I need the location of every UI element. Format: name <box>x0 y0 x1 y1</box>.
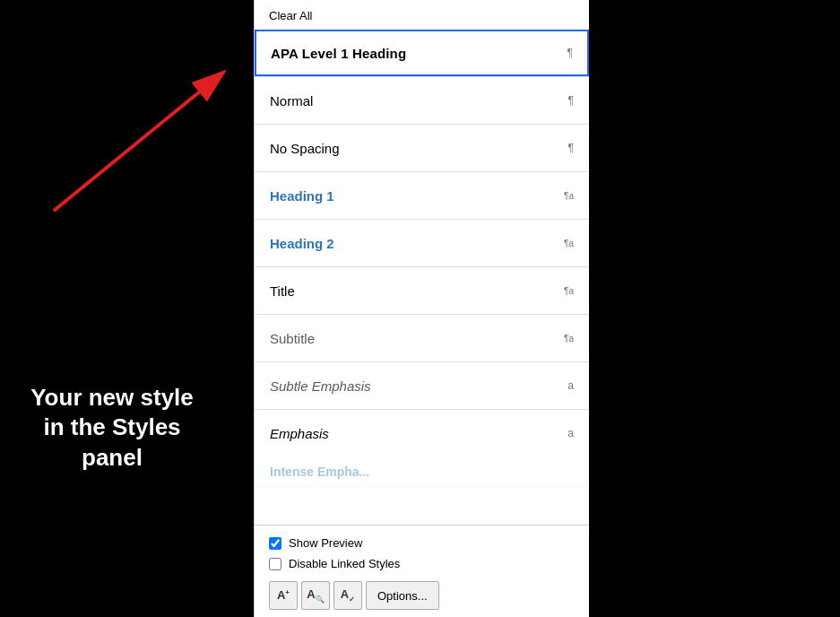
style-name-heading1: Heading 1 <box>270 188 334 204</box>
show-preview-checkbox[interactable] <box>269 537 281 550</box>
show-preview-row: Show Preview <box>269 533 575 553</box>
style-name-subtitle: Subtitle <box>270 331 315 346</box>
style-item-heading2[interactable]: Heading 2 ¶a <box>255 220 589 266</box>
disable-linked-row: Disable Linked Styles <box>269 553 575 574</box>
style-item-normal[interactable]: Normal ¶ <box>255 77 589 124</box>
style-item-subtle-emphasis[interactable]: Subtle Emphasis a <box>255 362 589 409</box>
style-item-partial[interactable]: Intense Empha... <box>255 456 589 487</box>
style-name-no-spacing: No Spacing <box>270 141 340 156</box>
disable-linked-label: Disable Linked Styles <box>289 557 400 570</box>
style-item-subtitle[interactable]: Subtitle ¶a <box>255 315 589 361</box>
manage-style-button[interactable]: A✓ <box>333 581 362 610</box>
black-background-left: Your new style in the Styles panel <box>0 0 254 617</box>
style-icon-apa: ¶ <box>567 47 573 59</box>
clear-all-link[interactable]: Clear All <box>269 9 312 22</box>
style-icon-heading2: ¶a <box>564 239 574 248</box>
style-name-title: Title <box>270 283 295 299</box>
show-preview-label: Show Preview <box>289 536 362 550</box>
disable-linked-checkbox[interactable] <box>269 558 281 570</box>
clear-all-section: Clear All <box>255 0 589 30</box>
style-name-normal: Normal <box>270 93 313 109</box>
bottom-section: Show Preview Disable Linked Styles A+ A🔍… <box>255 525 589 617</box>
black-background-right <box>589 0 840 617</box>
style-icon-normal: ¶ <box>568 94 574 107</box>
inspect-style-button[interactable]: A🔍 <box>301 581 330 610</box>
style-item-no-spacing[interactable]: No Spacing ¶ <box>255 125 589 171</box>
new-style-icon: A+ <box>277 588 290 602</box>
style-name-apa: APA Level 1 Heading <box>271 46 406 61</box>
style-icon-subtitle: ¶a <box>564 334 574 343</box>
style-item-heading1[interactable]: Heading 1 ¶a <box>255 172 589 219</box>
style-icon-title: ¶a <box>564 286 574 296</box>
style-name-heading2: Heading 2 <box>270 236 334 251</box>
style-item-title[interactable]: Title ¶a <box>255 267 589 314</box>
style-name-partial: Intense Empha... <box>270 465 369 479</box>
styles-list: APA Level 1 Heading ¶ Normal ¶ No Spacin… <box>255 30 589 525</box>
options-button[interactable]: Options... <box>366 581 439 610</box>
styles-panel: Clear All APA Level 1 Heading ¶ Normal ¶… <box>254 0 589 617</box>
svg-line-1 <box>54 72 224 211</box>
style-name-emphasis: Emphasis <box>270 426 329 441</box>
inspect-style-icon: A🔍 <box>307 587 324 604</box>
style-item-emphasis[interactable]: Emphasis a <box>255 410 589 456</box>
style-icon-subtle-emphasis: a <box>567 379 574 392</box>
style-icon-no-spacing: ¶ <box>568 142 574 154</box>
bottom-buttons: A+ A🔍 A✓ Options... <box>269 574 575 610</box>
style-item-apa-level-1-heading[interactable]: APA Level 1 Heading ¶ <box>255 30 589 76</box>
style-name-subtle-emphasis: Subtle Emphasis <box>270 378 371 394</box>
manage-style-icon: A✓ <box>341 587 355 604</box>
arrow-annotation <box>27 45 278 224</box>
annotation-text: Your new style in the Styles panel <box>18 383 206 474</box>
new-style-button[interactable]: A+ <box>269 581 298 610</box>
style-icon-heading1: ¶a <box>564 191 574 201</box>
style-icon-emphasis: a <box>567 427 574 439</box>
